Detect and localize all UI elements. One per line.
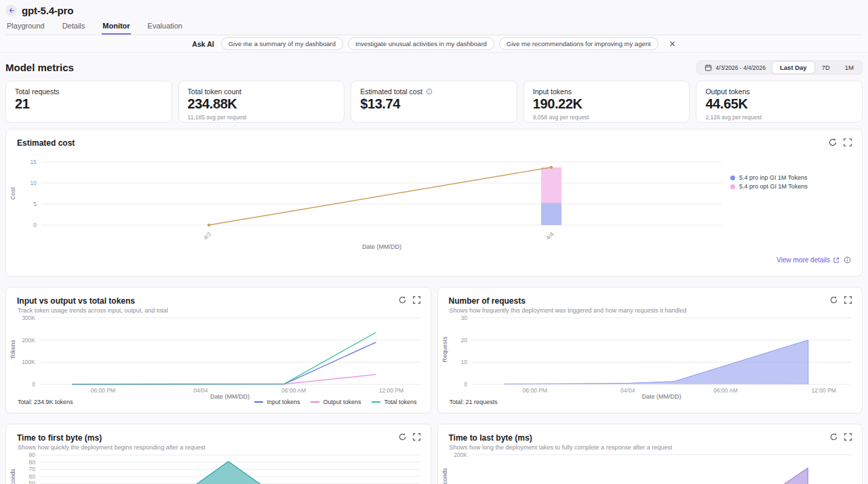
ask-ai-suggestion-investigate[interactable]: Investigate unusual activities in my das… (348, 37, 494, 50)
page-toolbar: Model metrics 4/3/2026 - 4/4/2026 Last D… (0, 53, 868, 81)
expand-icon[interactable] (843, 138, 852, 147)
range-1m[interactable]: 1M (837, 62, 861, 73)
svg-text:15: 15 (31, 159, 37, 165)
svg-text:Date (MM/DD): Date (MM/DD) (362, 243, 401, 250)
svg-text:Date (MM/DD): Date (MM/DD) (642, 393, 681, 400)
svg-text:06:00 AM: 06:00 AM (713, 387, 738, 394)
back-arrow-icon (7, 7, 15, 14)
tab-details[interactable]: Details (62, 20, 86, 35)
metric-label: Total requests (15, 87, 163, 96)
ask-ai-bar: Ask AI Give me a summary of my dashboard… (0, 35, 868, 53)
expand-icon[interactable] (844, 296, 852, 304)
chart-title: Time to last byte (ms) (449, 433, 532, 443)
legend-label: 5.4 pro opt GI 1M Tokens (739, 183, 808, 190)
legend-item[interactable]: 5.4 pro inp GI 1M Tokens (730, 174, 808, 181)
svg-text:0: 0 (464, 381, 467, 388)
svg-text:300K: 300K (22, 315, 35, 321)
info-icon[interactable] (844, 256, 851, 264)
chart-title: Number of requests (449, 296, 526, 306)
legend-item[interactable]: Output tokens (311, 399, 361, 405)
metric-value: 190.22K (533, 96, 681, 112)
estimated-cost-chart[interactable]: 051015Cost4/34/4Date (MM/DD) (6, 158, 862, 260)
svg-text:20: 20 (460, 337, 467, 344)
tab-evaluation[interactable]: Evaluation (147, 20, 183, 35)
svg-text:0: 0 (33, 222, 37, 228)
metric-label: Output tokens (705, 87, 853, 96)
ask-ai-label: Ask AI (192, 40, 214, 48)
info-icon[interactable] (426, 88, 433, 95)
svg-text:80: 80 (29, 459, 36, 466)
tokens-chart[interactable]: 0100K200K300KTokens06:00 PM04/0406:00 AM… (6, 312, 431, 403)
expand-icon[interactable] (412, 432, 421, 441)
refresh-icon[interactable] (828, 138, 837, 147)
metric-sub: 9,058 avg per request (533, 114, 681, 121)
svg-text:30: 30 (460, 315, 467, 321)
ttfb-chart[interactable]: 405060708090Milliseconds (6, 451, 431, 484)
app-header: gpt-5.4-pro Playground Details Monitor E… (0, 0, 868, 35)
svg-text:100K: 100K (22, 359, 35, 365)
svg-text:200K: 200K (454, 451, 467, 458)
range-last-day[interactable]: Last Day (772, 62, 814, 73)
svg-text:200K: 200K (22, 337, 35, 344)
back-button[interactable] (5, 5, 17, 16)
refresh-icon[interactable] (829, 296, 838, 304)
svg-text:06:00 PM: 06:00 PM (522, 387, 547, 394)
metric-card-total-requests: Total requests 21 (5, 81, 172, 123)
requests-chart[interactable]: 0102030Requests06:00 PM04/0406:00 AM12:0… (438, 312, 863, 403)
svg-text:06:00 PM: 06:00 PM (91, 387, 115, 394)
svg-text:04/04: 04/04 (193, 387, 208, 394)
metric-card-total-tokens: Total token count 234.88K 11,185 avg per… (178, 81, 345, 123)
refresh-icon[interactable] (398, 296, 407, 304)
view-more-details-link[interactable]: View more details (776, 256, 840, 264)
chart-title: Estimated cost (17, 138, 75, 148)
metric-cards-row: Total requests 21 Total token count 234.… (0, 81, 868, 123)
tab-monitor[interactable]: Monitor (102, 20, 130, 35)
refresh-icon[interactable] (829, 432, 838, 441)
close-icon (669, 40, 676, 47)
tab-bar: Playground Details Monitor Evaluation (5, 20, 863, 35)
metric-value: 21 (15, 96, 163, 112)
ask-ai-suggestion-recommendations[interactable]: Give me recommendations for improving my… (499, 37, 658, 50)
legend-swatch (311, 401, 319, 403)
legend-item[interactable]: Input tokens (254, 399, 300, 405)
svg-text:06:00 AM: 06:00 AM (281, 387, 306, 394)
svg-text:Tokens: Tokens (9, 340, 16, 359)
legend-dot (730, 176, 735, 180)
view-more-details-label: View more details (776, 256, 830, 264)
date-range-control: 4/3/2026 - 4/4/2026 Last Day 7D 1M (696, 60, 863, 75)
tokens-total-text: Total: 234.9K tokens (18, 399, 73, 405)
svg-text:10: 10 (31, 180, 37, 186)
svg-text:60: 60 (29, 473, 36, 480)
svg-text:Milliseconds: Milliseconds (441, 468, 448, 484)
ttlb-chart-card: Time to last byte (ms) Shows how long th… (437, 424, 863, 484)
legend-item[interactable]: Total tokens (372, 399, 416, 405)
svg-text:50: 50 (29, 480, 36, 484)
tokens-legend: Input tokens Output tokens Total tokens (254, 399, 416, 405)
requests-total-text: Total: 21 requests (450, 399, 498, 405)
legend-label: Input tokens (267, 399, 300, 405)
expand-icon[interactable] (412, 296, 421, 304)
range-7d[interactable]: 7D (814, 62, 837, 73)
tokens-chart-card: Input vs output vs total tokens Track to… (5, 287, 431, 414)
calendar-icon (705, 64, 712, 71)
legend-label: Total tokens (384, 399, 416, 405)
chart-title: Time to first byte (ms) (17, 433, 102, 443)
chart-subtitle: Shows how quickly the deployment begins … (18, 444, 205, 451)
date-range-picker[interactable]: 4/3/2026 - 4/4/2026 (698, 64, 772, 71)
expand-icon[interactable] (844, 432, 852, 441)
metric-value: 44.65K (705, 96, 853, 112)
tab-playground[interactable]: Playground (6, 20, 45, 35)
metric-label: Estimated total cost (360, 87, 422, 96)
refresh-icon[interactable] (398, 432, 407, 441)
metric-value: $13.74 (360, 96, 508, 112)
metric-card-estimated-cost: Estimated total cost $13.74 (351, 81, 517, 123)
ttfb-chart-card: Time to first byte (ms) Shows how quickl… (5, 424, 431, 484)
svg-text:10: 10 (460, 359, 467, 365)
metric-sub: 11,185 avg per request (188, 114, 336, 121)
ask-ai-close-button[interactable] (669, 40, 676, 47)
legend-item[interactable]: 5.4 pro opt GI 1M Tokens (730, 183, 808, 190)
ttlb-chart[interactable]: 100K200KMilliseconds (438, 448, 863, 484)
svg-text:4/4: 4/4 (545, 230, 555, 241)
metric-value: 234.88K (188, 96, 336, 112)
ask-ai-suggestion-summary[interactable]: Give me a summary of my dashboard (221, 37, 343, 50)
